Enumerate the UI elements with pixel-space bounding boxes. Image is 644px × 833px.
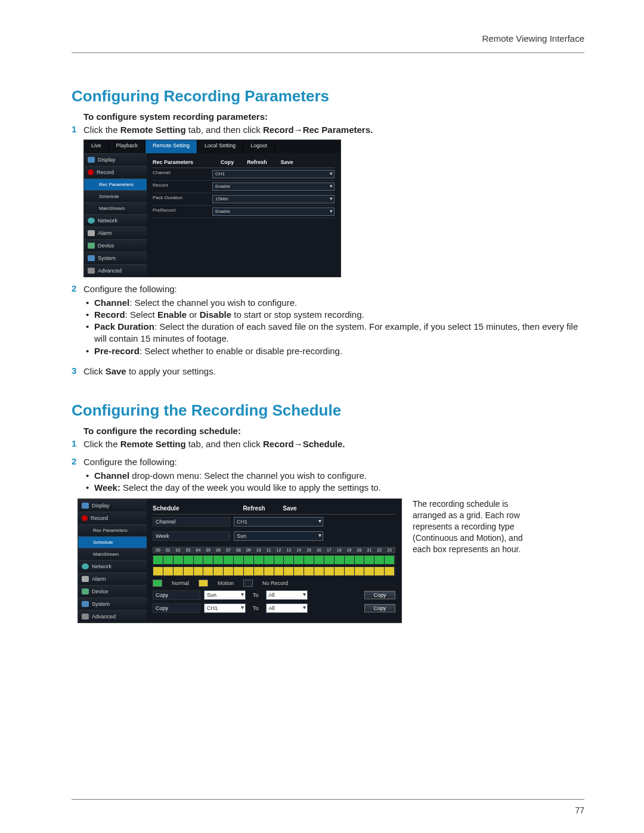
side-record[interactable]: Record [84,166,147,178]
t: tab, and then click [186,125,263,135]
save-button[interactable]: Save [272,159,302,165]
t: : Select whether to enable or disable pr… [140,346,342,356]
side-mainstream[interactable]: MainStream [84,202,147,214]
pack-duration-select[interactable]: 15Min [212,195,335,203]
copy-button[interactable]: Copy [212,159,242,165]
side-schedule[interactable]: Schedule [78,536,147,548]
tab-local-setting[interactable]: Local Setting [197,140,243,153]
t: Schedule [93,540,113,545]
t: tab, and then click [186,439,263,449]
t: Click [83,366,106,376]
side-display[interactable]: Display [78,499,147,512]
schedule-caption: The recording schedule is arranged as a … [413,498,526,555]
side-network[interactable]: Network [84,214,147,227]
side-device[interactable]: Device [78,585,147,597]
t: Network [98,218,117,224]
schedule-row-motion[interactable] [153,566,395,576]
t: to start or stop system recording. [231,309,364,320]
gear-icon [88,255,95,261]
t: Record [91,515,108,521]
t: Click the [83,125,120,135]
section1-subhead: To configure system recording parameters… [83,112,584,122]
tab-remote-setting[interactable]: Remote Setting [145,140,197,153]
t: Pre-record [94,346,140,356]
tab-playback[interactable]: Playback [109,140,146,153]
gear-icon [82,601,89,607]
t: Week: [94,482,120,493]
t: Record→Rec Parameters. [263,125,373,135]
copy-to-day[interactable]: All [266,590,308,600]
hour-header: 0001020304050607080910111213141516171819… [153,547,395,553]
pane-title: Schedule [153,505,236,512]
tab-live[interactable]: Live [84,140,109,153]
t: MainStream [93,552,119,557]
t: Advanced [92,614,116,620]
channel-select[interactable]: CH1 [234,517,323,527]
t: Select the day of the week you would lik… [120,482,381,493]
t: Enable [157,309,187,320]
s2-step1: 1 Click the Remote Setting tab, and then… [72,438,584,450]
globe-icon [82,563,89,569]
t: Network [92,563,112,569]
side-system[interactable]: System [78,597,147,610]
legend-swatch-motion [199,580,208,587]
t: Save [106,366,126,376]
side-network[interactable]: Network [78,560,147,572]
to-label: To [249,592,262,598]
refresh-button[interactable]: Refresh [236,505,272,512]
copy-button[interactable]: Copy [364,591,395,599]
t: Pack Duration [94,321,154,332]
footer-rule [72,799,584,800]
side-record[interactable]: Record [78,512,147,524]
refresh-button[interactable]: Refresh [242,159,272,165]
side-rec-parameters[interactable]: Rec Parameters [78,524,147,536]
side-mainstream[interactable]: MainStream [78,548,147,560]
t: : Select the channel you wish to configu… [129,298,297,308]
week-select[interactable]: Sun [234,531,323,541]
to-label: To [249,605,262,611]
row-label: PreRecord [153,208,212,216]
t: Schedule [99,194,119,199]
t: Click the [83,439,120,449]
side-device[interactable]: Device [84,239,147,252]
side-system[interactable]: System [84,252,147,264]
record-icon [88,169,94,175]
pane-title: Rec Parameters [153,159,212,165]
t: or [187,309,200,320]
t: Display [92,503,110,509]
side-alarm[interactable]: Alarm [78,572,147,585]
t: System [92,601,110,607]
t: Display [98,157,116,163]
copy-from-channel[interactable]: CH1 [204,603,246,613]
t: to apply your settings. [126,366,216,376]
side-advanced[interactable]: Advanced [84,264,147,277]
copy-button[interactable]: Copy [364,604,395,612]
section2-subhead: To configure the recording schedule: [83,426,584,436]
side-rec-parameters[interactable]: Rec Parameters [84,178,147,190]
copy-from-day[interactable]: Sun [204,590,246,600]
side-advanced[interactable]: Advanced [78,610,147,623]
device-icon [88,243,95,249]
save-button[interactable]: Save [272,505,308,512]
copy-to-channel[interactable]: All [266,603,308,613]
tools-icon [88,268,95,274]
running-header: Remote Viewing Interface [482,33,584,44]
tab-logout[interactable]: Logout [243,140,275,153]
t: Disable [200,309,231,320]
t: Alarm [98,230,112,236]
t: Alarm [92,576,106,582]
prerecord-select[interactable]: Enable [212,208,335,216]
schedule-row-normal[interactable] [153,555,395,565]
record-select[interactable]: Enable [212,182,335,191]
channel-select[interactable]: CH1 [212,170,335,178]
side-alarm[interactable]: Alarm [84,227,147,239]
row-label: Week [153,531,230,541]
side-schedule[interactable]: Schedule [84,190,147,202]
t: Advanced [98,268,122,274]
t: Record→Schedule. [263,439,345,449]
row-label: Channel [153,170,212,178]
t: Device [98,243,114,249]
globe-icon [88,218,95,224]
t: Record [97,169,114,175]
side-display[interactable]: Display [84,153,147,166]
